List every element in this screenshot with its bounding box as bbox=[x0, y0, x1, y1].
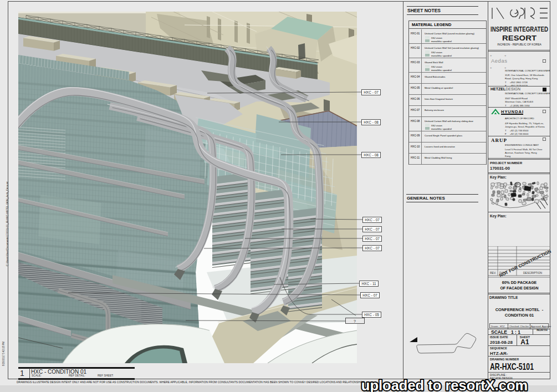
svg-text:uploaded to resortX.com: uploaded to resortX.com bbox=[361, 378, 528, 392]
